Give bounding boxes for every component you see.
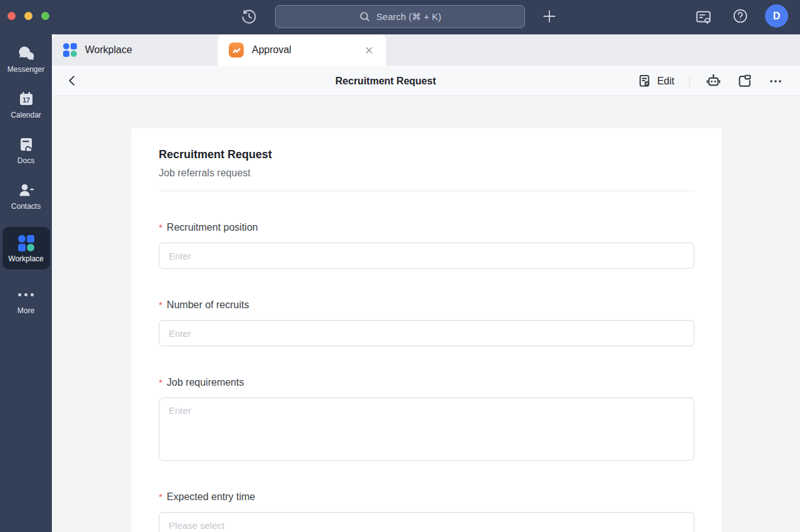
tab-strip: Workplace Approval — [52, 34, 800, 66]
field-job-requirements: *Job requirements — [159, 376, 694, 461]
sidebar-item-contacts[interactable]: Contacts — [2, 181, 51, 211]
user-avatar[interactable]: D — [765, 4, 788, 28]
close-window-button[interactable] — [8, 12, 16, 20]
field-expected-entry-time: *Expected entry time — [159, 491, 694, 532]
form-divider — [159, 191, 694, 191]
sidebar-item-label: Docs — [18, 156, 34, 165]
calendar-date-number: 17 — [22, 96, 30, 104]
tab-label: Approval — [252, 44, 363, 56]
required-marker: * — [159, 491, 162, 502]
form-subtitle: Job referrals request — [159, 166, 694, 180]
field-number-of-recruits: *Number of recruits — [159, 299, 694, 346]
new-tab-plus-icon[interactable] — [541, 8, 558, 24]
messenger-icon — [17, 44, 36, 62]
sidebar-item-label: More — [18, 306, 34, 315]
search-placeholder: Search (⌘ + K) — [376, 11, 441, 23]
field-label: *Expected entry time — [159, 491, 694, 503]
close-tab-icon[interactable] — [363, 44, 375, 56]
sidebar-item-label: Contacts — [11, 202, 41, 211]
sidebar-item-label: Workplace — [8, 254, 43, 263]
sidebar-item-calendar[interactable]: 17 Calendar — [2, 90, 51, 119]
zoom-window-button[interactable] — [41, 12, 49, 20]
tab-workplace[interactable]: Workplace — [52, 34, 218, 66]
form-title: Recruitment Request — [159, 147, 694, 162]
field-label: *Number of recruits — [159, 299, 694, 311]
app-sidebar: Messenger 17 Calendar Docs — [0, 34, 52, 532]
approval-bot-icon[interactable] — [705, 73, 722, 89]
open-in-window-icon[interactable] — [737, 73, 752, 89]
job-requirements-textarea[interactable] — [159, 398, 694, 461]
workplace-tab-icon — [63, 43, 77, 57]
recruitment-position-input[interactable] — [159, 243, 694, 269]
sidebar-item-label: Calendar — [11, 111, 41, 119]
more-dots-icon — [18, 286, 34, 303]
field-recruitment-position: *Recruitment position — [159, 221, 694, 269]
titlebar: Search (⌘ + K) D — [0, 0, 800, 34]
sidebar-item-messenger[interactable]: Messenger — [2, 44, 51, 74]
edit-form-icon — [638, 74, 652, 88]
sidebar-item-workplace[interactable]: Workplace — [2, 227, 50, 269]
back-button[interactable] — [66, 74, 79, 88]
calendar-icon: 17 — [18, 90, 35, 108]
announcements-icon[interactable] — [694, 8, 712, 26]
more-options-icon[interactable] — [768, 73, 784, 89]
workplace-icon — [18, 235, 34, 251]
edit-button-label: Edit — [657, 76, 674, 87]
search-icon — [359, 11, 371, 23]
docs-icon — [18, 136, 35, 153]
search-input[interactable]: Search (⌘ + K) — [275, 5, 525, 28]
sidebar-item-more[interactable]: More — [2, 286, 51, 315]
avatar-initial: D — [773, 11, 781, 22]
field-label: *Recruitment position — [159, 221, 694, 234]
number-of-recruits-input[interactable] — [159, 320, 694, 346]
header-divider — [689, 76, 690, 86]
page-content: Recruitment Request Job referrals reques… — [52, 97, 800, 532]
header-controls: Edit — [638, 66, 784, 96]
contacts-icon — [18, 181, 35, 199]
expected-entry-time-select[interactable] — [159, 512, 694, 532]
required-marker: * — [159, 299, 162, 310]
sidebar-item-docs[interactable]: Docs — [2, 136, 51, 165]
required-marker: * — [159, 222, 162, 233]
edit-button[interactable]: Edit — [638, 74, 674, 88]
page-title: Recruitment Request — [292, 66, 479, 96]
field-label: *Job requirements — [159, 376, 694, 389]
page-header: Recruitment Request Edit — [52, 66, 800, 96]
window-controls — [8, 12, 49, 20]
approval-tab-icon — [229, 43, 244, 58]
minimize-window-button[interactable] — [24, 12, 32, 20]
tab-label: Workplace — [85, 44, 132, 56]
form-card: Recruitment Request Job referrals reques… — [131, 128, 722, 532]
help-icon[interactable] — [732, 8, 749, 24]
required-marker: * — [159, 377, 162, 388]
tab-approval[interactable]: Approval — [218, 34, 386, 66]
history-icon[interactable] — [240, 8, 258, 26]
main-area: Workplace Approval Recruitment Request — [52, 34, 800, 532]
sidebar-item-label: Messenger — [8, 65, 44, 74]
